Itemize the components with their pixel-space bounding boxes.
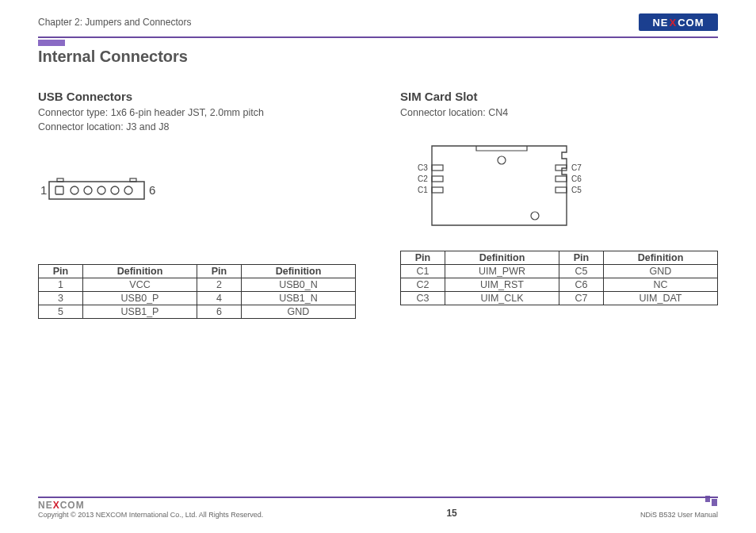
usb-connector-diagram: 1 6 <box>38 171 173 210</box>
chapter-title: Chapter 2: Jumpers and Connectors <box>38 17 191 28</box>
nexcom-logo-footer: NEXCOM <box>38 500 263 511</box>
svg-point-12 <box>531 212 539 220</box>
usb-connector-location: Connector location: J3 and J8 <box>38 121 356 135</box>
svg-text:C1: C1 <box>418 186 428 194</box>
svg-point-9 <box>124 186 132 194</box>
table-header: Pin <box>197 265 242 278</box>
table-row: C2UIM_RST C6NC <box>401 278 718 291</box>
page-number: 15 <box>446 508 456 519</box>
usb-heading: USB Connectors <box>38 90 356 103</box>
usb-pin-table: Pin Definition Pin Definition 1VCC 2USB0… <box>38 264 356 319</box>
svg-text:C5: C5 <box>571 186 582 194</box>
table-row: 5USB1_P 6GND <box>39 305 356 319</box>
sim-pin-table: Pin Definition Pin Definition C1UIM_PWR … <box>400 251 718 305</box>
table-header: Definition <box>83 265 197 278</box>
svg-text:C7: C7 <box>571 163 582 172</box>
header-rule <box>38 36 718 38</box>
svg-rect-14 <box>432 176 443 182</box>
svg-text:C2: C2 <box>418 174 428 183</box>
table-header: Definition <box>445 251 559 264</box>
nexcom-logo: NEXCOM <box>639 13 718 31</box>
table-header: Pin <box>559 251 604 264</box>
page-tab-marker <box>38 40 65 46</box>
svg-text:1: 1 <box>40 183 47 197</box>
copyright-text: Copyright © 2013 NEXCOM International Co… <box>38 511 263 519</box>
table-header: Pin <box>401 251 445 264</box>
svg-rect-4 <box>55 186 63 194</box>
usb-connector-type: Connector type: 1x6 6-pin header JST, 2.… <box>38 106 356 121</box>
svg-rect-13 <box>432 165 443 171</box>
table-header: Definition <box>604 251 718 264</box>
svg-text:C6: C6 <box>571 174 582 183</box>
svg-text:6: 6 <box>149 183 155 197</box>
table-row: C3UIM_CLK C7UIM_DAT <box>401 291 718 305</box>
table-header: Definition <box>242 265 356 278</box>
manual-title: NDiS B532 User Manual <box>640 511 718 519</box>
svg-rect-20 <box>556 176 567 182</box>
table-header: Pin <box>39 265 83 278</box>
table-row: C1UIM_PWR C5GND <box>401 264 718 278</box>
footer-rule <box>38 497 718 498</box>
sim-heading: SIM Card Slot <box>400 90 718 103</box>
table-row: 1VCC 2USB0_N <box>39 278 356 292</box>
svg-rect-21 <box>556 187 567 193</box>
sim-slot-diagram: C3 C2 C1 C7 C6 C5 <box>400 136 606 240</box>
sim-connector-location: Connector location: CN4 <box>400 106 718 121</box>
svg-rect-15 <box>432 187 443 193</box>
page-title: Internal Connectors <box>38 48 718 66</box>
svg-point-6 <box>84 186 92 194</box>
svg-text:C3: C3 <box>418 163 428 172</box>
svg-point-5 <box>71 186 78 194</box>
svg-point-8 <box>111 186 119 194</box>
table-row: 3USB0_P 4USB1_N <box>39 292 356 305</box>
svg-point-11 <box>498 156 506 164</box>
svg-point-7 <box>97 186 105 194</box>
